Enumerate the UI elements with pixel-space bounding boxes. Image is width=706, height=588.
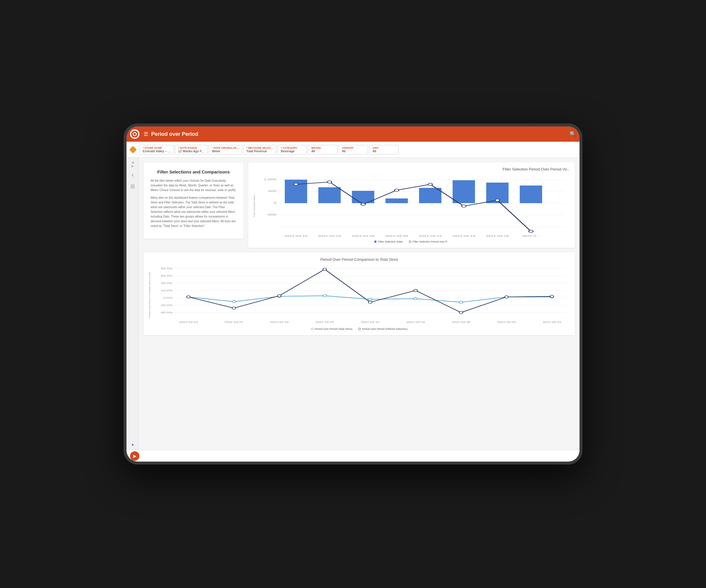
top-row: Filter Selections and Comparisons All th… [144, 162, 575, 248]
svg-text:2021-04-26: 2021-04-26 [452, 321, 470, 323]
svg-text:20.0%: 20.0% [161, 289, 172, 292]
filter-measure[interactable]: * MEASURE SELEC... Total Revenue [243, 145, 276, 154]
svg-text:2021-04-12: 2021-04-12 [361, 321, 380, 323]
main-area: ◀ ▶ [126, 158, 580, 450]
svg-rect-23 [520, 185, 542, 203]
svg-rect-20 [419, 188, 441, 203]
svg-point-65 [277, 295, 281, 297]
bar-chart-y-label: Filter Selection Sales [253, 195, 256, 217]
svg-text:0: 0 [274, 201, 276, 204]
svg-point-68 [414, 289, 418, 292]
svg-text:2021-03-15: 2021-03-15 [284, 235, 307, 237]
svg-point-63 [187, 296, 190, 298]
nav-title: Period over Period [151, 131, 566, 137]
sidebar-back-icon[interactable] [129, 172, 136, 179]
line-chart-svg: 80.0% 60.0% 40.0% 20.0% 0.0% -20.0% -40.… [152, 264, 570, 326]
svg-text:500: 500 [268, 190, 276, 193]
svg-point-29 [462, 205, 466, 207]
svg-text:-20.0%: -20.0% [160, 304, 173, 307]
line-chart-y-label: Period Over Period % Change Sales (Units… [148, 272, 151, 318]
svg-text:60.0%: 60.0% [161, 274, 172, 277]
search-icon[interactable]: 🔍 [570, 131, 576, 137]
svg-point-58 [368, 298, 372, 300]
filter-store-name[interactable]: * STORE NAME Emerald Valley – ... [140, 145, 174, 154]
svg-text:2021-03-22: 2021-03-22 [225, 321, 243, 323]
hamburger-icon[interactable]: ☰ [144, 131, 148, 137]
line-chart-title: Period Over Period Comparison to Total S… [148, 257, 570, 262]
svg-text:2021-05-03: 2021-05-03 [497, 321, 516, 323]
svg-point-71 [550, 295, 554, 298]
svg-text:2021-04-05: 2021-04-05 [315, 321, 334, 323]
info-card-para2: Many tiles on this dashboard feature com… [151, 196, 237, 228]
svg-point-59 [414, 298, 418, 300]
info-card-para1: All the tiles below reflect your choices… [151, 178, 237, 193]
bar-chart-legend: Filter Selection Sales Filter Selection … [253, 240, 570, 243]
bottom-bar: ▶ [126, 450, 580, 462]
filter-diamond-icon [129, 145, 137, 154]
svg-text:2021-03-29: 2021-03-29 [270, 321, 288, 323]
filters-row: * STORE NAME Emerald Valley – ... * DATE… [126, 142, 580, 158]
bar-chart-title: Filter Selection Period Over Period Vo..… [253, 167, 570, 171]
legend-filter-sales: Filter Selection Sales [374, 240, 403, 243]
bar-chart-svg: 1,000 500 0 -500 [257, 174, 570, 239]
line-chart-card: Period Over Period Comparison to Total S… [144, 253, 575, 335]
svg-text:1,000: 1,000 [264, 178, 276, 181]
svg-point-31 [528, 230, 533, 233]
bar-chart-card: Filter Selection Period Over Period Vo..… [248, 162, 575, 248]
filter-date-granularity[interactable]: * DATE GRANULAR... Week [208, 145, 242, 154]
svg-point-57 [323, 295, 326, 297]
legend-filtered-selection: Period Over Period (Filtered Selection) [358, 328, 408, 331]
svg-text:2021-04-12: 2021-04-12 [419, 235, 442, 237]
svg-text:2021-05-10: 2021-05-10 [543, 321, 561, 323]
svg-text:80.0%: 80.0% [161, 267, 172, 270]
svg-point-69 [459, 311, 463, 314]
info-card-title: Filter Selections and Comparisons [151, 169, 237, 174]
svg-text:0.0%: 0.0% [163, 296, 173, 299]
legend-total-store: Period Over Period (Total Store) [311, 328, 352, 331]
svg-point-55 [232, 300, 236, 303]
line-chart-area: Period Over Period % Change Sales (Units… [148, 264, 570, 326]
svg-point-27 [394, 189, 399, 192]
tablet-screen: ☰ Period over Period 🔍 * STORE NAME Emer… [126, 126, 580, 462]
filter-vendor[interactable]: VENDOR All [339, 145, 368, 154]
line-chart-legend: Period Over Period (Total Store) Period … [148, 328, 570, 331]
svg-point-26 [361, 203, 365, 206]
svg-point-24 [294, 183, 298, 185]
info-card: Filter Selections and Comparisons All th… [144, 162, 243, 239]
svg-point-70 [505, 296, 508, 298]
sidebar-nav-arrows[interactable]: ◀ ▶ [129, 161, 136, 168]
svg-text:-500: -500 [266, 213, 276, 216]
bar-chart-area: Filter Selection Sales 1,000 500 [253, 174, 570, 239]
svg-text:2021-0...: 2021-0... [522, 235, 540, 237]
filter-brand[interactable]: BRAND All [308, 145, 338, 154]
sidebar: ◀ ▶ [126, 158, 139, 450]
svg-point-64 [232, 307, 236, 309]
sidebar-doc-icon[interactable] [129, 183, 136, 190]
svg-point-60 [459, 301, 463, 303]
svg-text:2021-03-22: 2021-03-22 [318, 235, 341, 237]
svg-rect-21 [453, 180, 475, 203]
svg-point-28 [428, 183, 432, 185]
app-logo [130, 129, 140, 139]
content-area: Filter Selections and Comparisons All th… [139, 158, 580, 450]
svg-point-25 [327, 181, 332, 183]
filter-unit[interactable]: UNIT All [369, 145, 399, 154]
filter-date-range[interactable]: * DATE RANGE 12 Weeks Ago F... [175, 145, 207, 154]
svg-text:2021-04-19: 2021-04-19 [406, 321, 425, 323]
svg-point-66 [323, 268, 326, 270]
svg-point-2 [133, 133, 136, 135]
nav-bar: ☰ Period over Period 🔍 [126, 126, 580, 142]
svg-text:-40.0%: -40.0% [160, 311, 173, 314]
svg-point-30 [495, 199, 500, 201]
svg-text:40.0%: 40.0% [161, 282, 172, 285]
filter-category[interactable]: * CATEGORY Beverage [277, 145, 307, 154]
svg-point-67 [368, 301, 372, 303]
play-button[interactable]: ▶ [130, 451, 140, 461]
svg-text:2021-04-19: 2021-04-19 [453, 235, 475, 237]
svg-text:2021-03-29: 2021-03-29 [352, 235, 375, 237]
svg-text:2021-04-05: 2021-04-05 [385, 235, 408, 237]
svg-text:2021-04-26: 2021-04-26 [486, 235, 509, 237]
tablet-frame: ☰ Period over Period 🔍 * STORE NAME Emer… [124, 124, 582, 464]
svg-rect-17 [318, 187, 341, 203]
svg-text:2021-03-15: 2021-03-15 [179, 321, 198, 323]
